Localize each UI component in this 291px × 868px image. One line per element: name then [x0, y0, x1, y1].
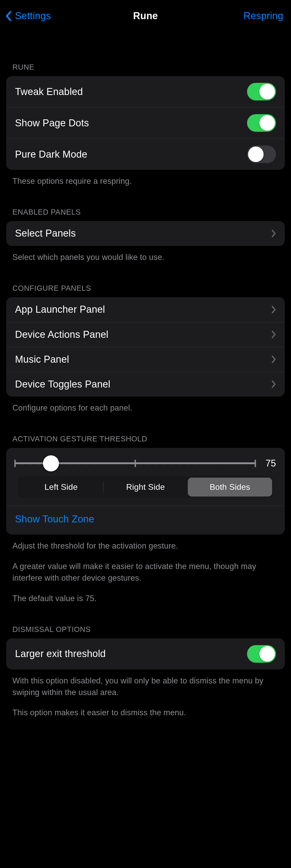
segmented-side: Left Side Right Side Both Sides: [18, 476, 273, 498]
row-label: Music Panel: [15, 354, 69, 365]
row-device-toggles-panel[interactable]: Device Toggles Panel: [6, 372, 285, 397]
group-activation-gesture: 75 Left Side Right Side Both Sides Show …: [6, 448, 285, 534]
row-pure-dark-mode: Pure Dark Mode: [6, 138, 285, 170]
slider-cell: 75 Left Side Right Side Both Sides: [6, 448, 285, 505]
slider-value: 75: [263, 458, 276, 469]
row-tweak-enabled: Tweak Enabled: [6, 76, 285, 107]
row-label: Device Actions Panel: [15, 329, 108, 340]
row-device-actions-panel[interactable]: Device Actions Panel: [6, 322, 285, 347]
switch-pure-dark-mode[interactable]: [247, 146, 276, 163]
back-button[interactable]: Settings: [5, 10, 51, 22]
section-header-enabled-panels: ENABLED PANELS: [0, 187, 291, 221]
row-label: Device Toggles Panel: [15, 379, 110, 390]
section-footer-dismissal: With this option disabled, you will only…: [0, 670, 291, 729]
segment-right-side[interactable]: Right Side: [103, 477, 188, 497]
chevron-right-icon: [271, 229, 276, 238]
switch-knob: [259, 646, 275, 662]
chevron-right-icon: [271, 331, 276, 338]
section-header-configure-panels: CONFIGURE PANELS: [0, 263, 291, 297]
row-show-page-dots: Show Page Dots: [6, 107, 285, 138]
respring-button[interactable]: Respring: [244, 10, 283, 22]
section-header-rune: RUNE: [0, 32, 291, 76]
section-footer-activation-gesture: Adjust the threshold for the activation …: [0, 534, 291, 604]
group-rune: Tweak Enabled Show Page Dots Pure Dark M…: [6, 76, 285, 170]
section-footer-enabled-panels: Select which panels you would like to us…: [0, 246, 291, 263]
section-header-dismissal: DISMISSAL OPTIONS: [0, 604, 291, 639]
group-enabled-panels: Select Panels: [6, 221, 285, 246]
row-music-panel[interactable]: Music Panel: [6, 347, 285, 372]
switch-knob: [248, 147, 264, 162]
segment-both-sides[interactable]: Both Sides: [188, 477, 272, 497]
row-label: Larger exit threshold: [15, 648, 106, 659]
switch-knob: [259, 84, 275, 99]
group-dismissal: Larger exit threshold: [6, 639, 285, 670]
section-footer-rune: These options require a respring.: [0, 170, 291, 187]
segment-left-side[interactable]: Left Side: [19, 477, 103, 497]
row-select-panels[interactable]: Select Panels: [6, 221, 285, 246]
chevron-right-icon: [271, 380, 276, 388]
section-header-activation-gesture: ACTIVATION GESTURE THRESHOLD: [0, 414, 291, 448]
page-title: Rune: [133, 10, 158, 22]
row-label: Pure Dark Mode: [15, 149, 87, 160]
section-footer-configure-panels: Configure options for each panel.: [0, 397, 291, 414]
chevron-right-icon: [271, 355, 276, 363]
row-label: Select Panels: [15, 228, 76, 239]
slider-thumb[interactable]: [43, 455, 59, 471]
threshold-slider[interactable]: [15, 456, 255, 471]
group-configure-panels: App Launcher Panel Device Actions Panel …: [6, 297, 285, 397]
row-larger-exit-threshold: Larger exit threshold: [6, 639, 285, 670]
row-label: App Launcher Panel: [15, 304, 105, 315]
switch-larger-exit-threshold[interactable]: [247, 645, 276, 663]
switch-knob: [259, 115, 275, 131]
chevron-right-icon: [271, 306, 276, 313]
row-label: Tweak Enabled: [15, 86, 83, 97]
chevron-left-icon: [5, 11, 12, 21]
slider-row: 75: [15, 456, 276, 471]
nav-bar: Settings Rune Respring: [0, 0, 291, 32]
row-app-launcher-panel[interactable]: App Launcher Panel: [6, 297, 285, 322]
back-label: Settings: [15, 10, 51, 22]
row-label: Show Page Dots: [15, 118, 89, 129]
show-touch-zone-button[interactable]: Show Touch Zone: [15, 514, 94, 525]
switch-show-page-dots[interactable]: [247, 114, 276, 132]
switch-tweak-enabled[interactable]: [247, 83, 276, 100]
row-show-touch-zone: Show Touch Zone: [6, 506, 285, 534]
